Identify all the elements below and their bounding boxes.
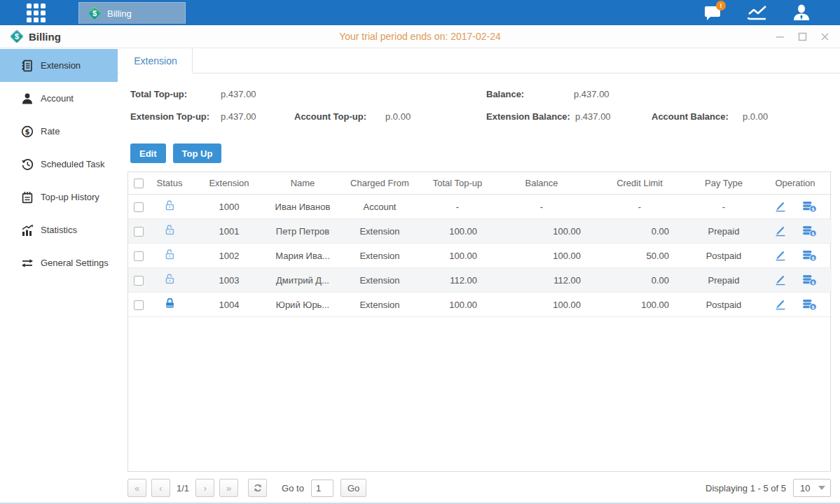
apps-grid-icon[interactable] <box>27 4 48 22</box>
row-checkbox[interactable] <box>134 300 144 310</box>
main-content: Extension Total Top-up: p.437.00 Balance… <box>118 48 840 503</box>
user-account-icon[interactable] <box>791 4 812 22</box>
go-button[interactable]: Go <box>340 479 366 497</box>
maximize-button[interactable] <box>797 31 808 43</box>
balance-cell: 100.00 <box>493 244 591 268</box>
col-status: Status <box>149 172 190 195</box>
edit-row-icon[interactable] <box>774 274 787 286</box>
total-topup-cell: 100.00 <box>422 244 493 268</box>
window-title: Billing <box>29 31 61 43</box>
name-cell: Мария Ива... <box>268 244 337 268</box>
top-up-row-icon[interactable]: $ <box>802 274 817 286</box>
extension-topup-value: p.437.00 <box>221 111 256 122</box>
account-balance-label: Account Balance: <box>652 111 729 122</box>
credit-limit-cell: - <box>591 195 689 219</box>
page-size-select[interactable]: 10 <box>793 479 831 497</box>
resource-monitor-icon[interactable] <box>747 4 768 22</box>
topbar-tab-label: Billing <box>107 8 132 19</box>
col-extension: Extension <box>190 172 268 195</box>
rate-dollar-icon: $ <box>20 125 34 139</box>
name-cell: Иван Иванов <box>268 195 337 219</box>
notifications-icon[interactable]: ! <box>703 4 724 22</box>
status-cell <box>149 268 190 293</box>
account-balance-value: p.0.00 <box>743 111 768 122</box>
unlocked-icon <box>164 248 176 260</box>
account-topup-label: Account Top-up: <box>294 111 366 122</box>
credit-limit-cell: 0.00 <box>591 219 689 244</box>
goto-label: Go to <box>282 483 304 493</box>
first-page-button[interactable]: « <box>128 479 146 497</box>
svg-text:$: $ <box>811 304 815 310</box>
row-checkbox[interactable] <box>134 251 144 261</box>
total-topup-cell: - <box>422 195 493 219</box>
sidebar-item-scheduled-task[interactable]: Scheduled Task <box>0 148 118 181</box>
credit-limit-cell: 0.00 <box>591 268 689 293</box>
row-checkbox[interactable] <box>134 202 144 212</box>
balance-value: p.437.00 <box>574 89 610 99</box>
prev-page-button[interactable]: ‹ <box>151 479 170 497</box>
name-cell: Дмитрий Д... <box>268 268 337 293</box>
select-all-checkbox[interactable] <box>134 178 144 188</box>
last-page-button[interactable]: » <box>219 479 238 497</box>
account-person-icon <box>20 92 34 106</box>
credit-limit-cell: 100.00 <box>591 293 689 317</box>
sidebar-item-label: Scheduled Task <box>41 159 105 169</box>
statistics-chart-icon <box>20 223 34 237</box>
balance-cell: 100.00 <box>493 219 591 244</box>
refresh-button[interactable] <box>248 479 267 497</box>
status-cell <box>149 195 190 219</box>
pay-type-cell: Postpaid <box>689 244 759 268</box>
name-cell: Петр Петров <box>268 219 337 244</box>
row-checkbox[interactable] <box>134 227 144 237</box>
row-checkbox[interactable] <box>134 276 144 286</box>
edit-row-icon[interactable] <box>774 225 787 237</box>
pagination-bar: « ‹ 1/1 › » Go to Go Displaying 1 - 5 of… <box>128 477 831 498</box>
unlocked-icon <box>164 273 176 285</box>
sidebar-item-statistics[interactable]: Statistics <box>0 214 118 246</box>
edit-row-icon[interactable] <box>774 299 787 310</box>
svg-text:$: $ <box>811 206 815 212</box>
top-up-row-icon[interactable]: $ <box>802 201 817 213</box>
svg-text:$: $ <box>811 255 815 261</box>
svg-text:$: $ <box>811 280 815 286</box>
edit-button[interactable]: Edit <box>130 144 166 163</box>
sidebar-item-label: General Settings <box>41 258 109 268</box>
goto-page-input[interactable] <box>311 479 333 497</box>
extension-balance-value: p.437.00 <box>575 111 611 122</box>
balance-label: Balance: <box>486 89 524 99</box>
topbar-tab-billing[interactable]: $ Billing <box>78 2 186 24</box>
tab-strip: Extension <box>118 48 840 74</box>
sidebar-item-label: Rate <box>41 126 60 136</box>
top-up-row-icon[interactable]: $ <box>802 225 817 237</box>
top-up-row-icon[interactable]: $ <box>802 250 817 262</box>
top-up-button[interactable]: Top Up <box>173 144 222 163</box>
sidebar-item-label: Account <box>41 93 74 104</box>
sidebar-item-rate[interactable]: $ Rate <box>0 115 118 148</box>
svg-text:$: $ <box>811 231 815 237</box>
close-button[interactable] <box>819 31 830 43</box>
title-bar: Your trial period ends on: 2017-02-24 $ … <box>0 25 840 48</box>
total-topup-label: Total Top-up: <box>130 89 187 99</box>
credit-limit-cell: 50.00 <box>591 244 689 268</box>
edit-row-icon[interactable] <box>774 201 787 212</box>
unlocked-icon <box>164 200 176 211</box>
next-page-button[interactable]: › <box>195 479 214 497</box>
sidebar-item-general-settings[interactable]: General Settings <box>0 246 118 279</box>
table-row: 1000 Иван Иванов Account - - - - $ <box>128 195 832 219</box>
top-up-row-icon[interactable]: $ <box>802 299 817 311</box>
pay-type-cell: Prepaid <box>689 268 759 293</box>
sidebar: Extension Account $ Rate Scheduled Task <box>0 48 118 503</box>
table-row: 1004 Юрий Юрь... Extension 100.00 100.00… <box>128 293 832 317</box>
sidebar-item-topup-history[interactable]: Top-up History <box>0 181 118 214</box>
sidebar-item-extension[interactable]: Extension <box>0 49 118 82</box>
minimize-button[interactable] <box>774 31 785 43</box>
charged-from-cell: Extension <box>337 268 422 293</box>
balance-cell: - <box>493 195 591 219</box>
page-size-value: 10 <box>800 483 810 493</box>
sidebar-item-account[interactable]: Account <box>0 82 118 115</box>
svg-text:$: $ <box>25 127 30 135</box>
tab-extension[interactable]: Extension <box>119 48 193 74</box>
edit-row-icon[interactable] <box>774 250 787 261</box>
extension-topup-label: Extension Top-up: <box>130 111 209 122</box>
extension-cell: 1004 <box>190 293 268 317</box>
